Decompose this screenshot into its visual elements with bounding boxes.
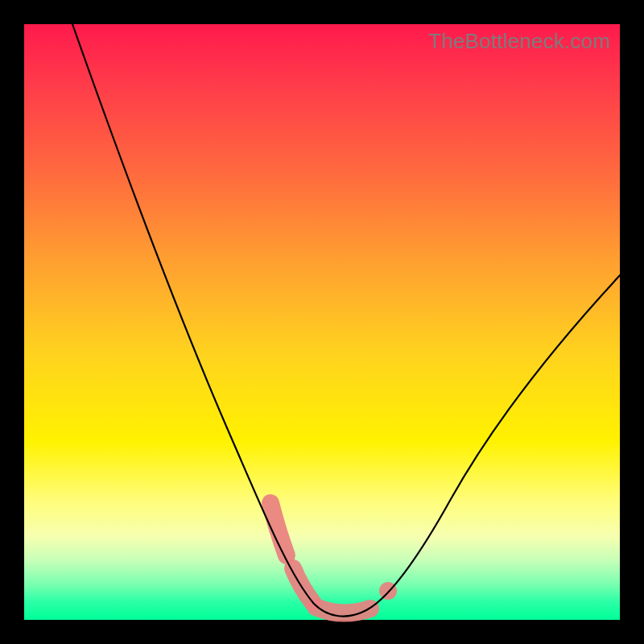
- plot-area: TheBottleneck.com: [24, 24, 620, 620]
- curve-svg: [24, 24, 620, 620]
- bottleneck-curve: [72, 24, 620, 617]
- chart-frame: TheBottleneck.com: [0, 0, 644, 644]
- highlight-left-steep: [270, 503, 287, 555]
